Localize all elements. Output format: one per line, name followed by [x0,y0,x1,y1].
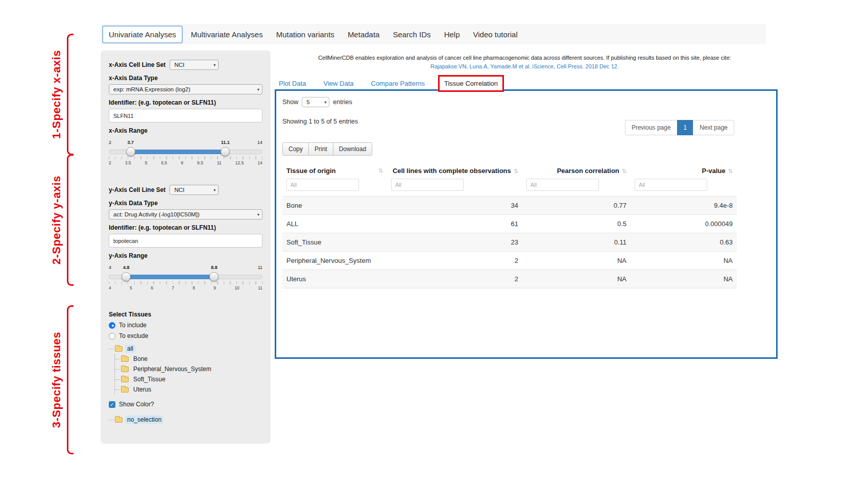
x-cell-line-set-label: x-Axis Cell Line Set [109,61,165,68]
show-entries-control: Show 5 ▾ entries [282,97,771,107]
nav-tab-help[interactable]: Help [438,26,467,43]
table-row[interactable]: Bone 34 0.77 9.4e-8 [282,197,737,215]
show-color-label: Show Color? [119,401,154,408]
top-nav: Univariate Analyses Multivariate Analyse… [101,24,766,44]
annotation-highlight-box: Tissue Correlation [438,75,504,92]
chevron-down-icon: ▾ [324,100,326,105]
tick-label: 4 [109,285,111,290]
column-title: Tissue of origin [286,167,336,175]
entries-label: entries [333,99,352,106]
slider-handle-low[interactable] [126,147,135,156]
tree-connector [109,420,113,420]
slider-tick-labels: 4 5 6 7 8 9 10 11 [109,285,262,290]
y-data-type-select[interactable]: act: Drug Activity (-log10[IC50M]) ▾ [109,209,262,219]
annotation-bracket [67,305,74,454]
nav-tab-video-tutorial[interactable]: Video tutorial [466,26,524,43]
tab-compare-patterns[interactable]: Compare Patterns [371,80,425,87]
y-range-label: y-Axis Range [109,252,262,259]
tree-item-uterus[interactable]: Uterus [115,384,262,395]
filter-tissue-of-origin[interactable] [286,179,359,191]
show-color-checkbox[interactable]: ✓ Show Color? [109,401,262,408]
tick-label: 5 [130,285,132,290]
tick-label: 9.5 [197,160,203,165]
copy-button[interactable]: Copy [282,142,309,156]
slider-handle-high[interactable] [209,272,219,281]
download-button[interactable]: Download [333,142,372,156]
cell-pearson: NA [522,252,631,270]
tree-item-soft-tissue[interactable]: Soft_Tissue [115,374,262,384]
citation: CellMinerCDB enables exploration and ana… [276,54,774,71]
x-identifier-input[interactable] [109,109,262,123]
tree-label: all [125,345,135,353]
selection-tree: no_selection [109,414,262,425]
radio-to-include[interactable]: To include [109,322,262,329]
x-cell-line-set-value: NCI [174,62,184,68]
x-data-type-label: x-Axis Data Type [109,75,262,82]
nav-tab-metadata[interactable]: Metadata [341,26,387,43]
filter-row [282,178,737,197]
page-length-value: 5 [306,99,309,105]
nav-tab-univariate-analyses[interactable]: Univariate Analyses [102,26,183,43]
table-row[interactable]: Uterus 2 NA NA [282,270,737,288]
folder-icon [121,367,129,372]
next-page-button[interactable]: Next page [693,120,734,135]
tab-tissue-correlation[interactable]: Tissue Correlation [444,80,498,87]
tick-label: 5 [145,160,148,165]
print-button[interactable]: Print [308,142,333,156]
radio-to-exclude[interactable]: To exclude [109,332,262,339]
folder-icon [121,387,129,393]
filter-p-value[interactable] [635,179,707,191]
folder-icon [121,356,129,362]
nav-tab-multivariate-analyses[interactable]: Multivariate Analyses [184,26,270,43]
tick-label: 11 [217,160,222,165]
tab-view-data[interactable]: View Data [323,80,353,87]
page-1-button[interactable]: 1 [677,120,694,135]
x-data-type-select[interactable]: exp: mRNA Expression (log2) ▾ [109,84,262,94]
tree-item-all[interactable]: all [109,344,262,354]
column-header-p-value[interactable]: P-value⇅ [631,162,737,178]
cell-tissue: Soft_Tissue [282,233,387,252]
x-axis-range-slider[interactable]: 2 3.7 11.1 14 2 3.5 5 6.5 8 9.5 11 12.5 … [109,137,262,168]
slider-handle-low[interactable] [122,272,131,281]
cell-tissue: ALL [282,215,387,233]
filter-pearson-correlation[interactable] [526,179,599,191]
tree-children: Bone Peripheral_Nervous_System Soft_Tiss… [114,354,262,395]
folder-icon [115,346,123,352]
x-data-type-value: exp: mRNA Expression (log2) [113,86,190,92]
column-header-tissue-of-origin[interactable]: Tissue of origin ⇅ [282,162,387,178]
tick-label: 11 [258,285,262,290]
chevron-down-icon: ▾ [257,87,259,92]
tree-item-bone[interactable]: Bone [115,354,262,364]
column-header-pearson-correlation[interactable]: Pearson correlation⇅ [522,162,631,178]
tree-item-no-selection[interactable]: no_selection [109,414,262,425]
slider-max-label: 11 [258,265,262,270]
show-label: Show [282,99,298,106]
chevron-down-icon: ▾ [257,212,259,217]
tree-item-peripheral-nervous-system[interactable]: Peripheral_Nervous_System [115,364,262,374]
x-cell-line-set-select[interactable]: NCI ▾ [170,60,219,70]
annotation-bracket [67,154,74,286]
slider-fill [131,150,225,154]
table-row[interactable]: ALL 61 0.5 0.000049 [282,215,737,233]
nav-tab-mutation-variants[interactable]: Mutation variants [270,26,341,43]
tissue-correlation-panel: Show 5 ▾ entries Showing 1 to 5 of 5 ent… [275,89,778,359]
tree-connector [115,369,119,370]
tab-plot-data[interactable]: Plot Data [279,80,306,87]
nav-tab-search-ids[interactable]: Search IDs [386,26,437,43]
pagination: Previous page 1 Next page [625,120,734,135]
citation-link[interactable]: Rajapakse.VN, Luna.A, Yamade.M et al. iS… [276,62,774,71]
table-row[interactable]: Soft_Tissue 23 0.11 0.63 [282,233,737,252]
table-row[interactable]: Peripheral_Nervous_System 2 NA NA [282,252,737,270]
y-axis-range-slider[interactable]: 4 4.8 8.8 11 4 5 6 7 8 9 10 11 [109,262,262,294]
slider-handle-high[interactable] [221,147,230,156]
filter-cell-lines[interactable] [391,179,464,191]
previous-page-button[interactable]: Previous page [625,120,678,135]
y-identifier-input[interactable] [109,234,262,248]
radio-selected-icon [109,322,115,329]
column-header-cell-lines[interactable]: Cell lines with complete observations⇅ [387,162,522,178]
chevron-down-icon: ▾ [213,63,215,67]
cell-cell-lines: 61 [387,215,522,233]
y-cell-line-set-select[interactable]: NCI ▾ [170,185,219,195]
page-length-select[interactable]: 5 ▾ [302,97,329,107]
slider-fill [126,275,214,279]
